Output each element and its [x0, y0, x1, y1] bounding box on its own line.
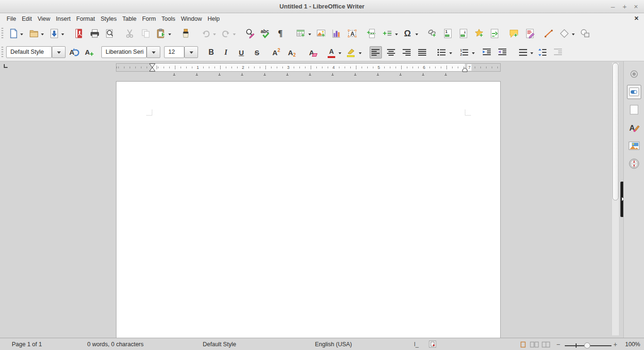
increase-indent-button[interactable] [481, 46, 493, 58]
formatting-marks-button[interactable]: ¶ [275, 27, 287, 40]
sidebar-properties-button[interactable] [627, 85, 641, 99]
font-size-combobox[interactable]: 12 [164, 46, 184, 58]
basic-shapes-dropdown[interactable] [571, 33, 576, 36]
menu-window[interactable]: Window [178, 14, 205, 24]
strikethrough-button[interactable]: S [251, 46, 263, 58]
zoom-out-button[interactable]: − [556, 341, 560, 348]
insert-table-button[interactable] [295, 27, 307, 40]
menu-file[interactable]: File [4, 14, 19, 24]
insert-line-button[interactable] [543, 27, 555, 40]
subscript-button[interactable]: A2 [286, 46, 298, 58]
minimize-button[interactable]: – [608, 2, 618, 12]
underline-button[interactable]: U [235, 46, 248, 58]
paste-button[interactable] [155, 27, 167, 40]
paragraph-style-combobox[interactable]: Default Style [6, 46, 52, 58]
print-button[interactable] [89, 27, 101, 40]
menu-tools[interactable]: Tools [159, 14, 178, 24]
sidebar-settings-button[interactable] [627, 67, 641, 81]
new-document-dropdown[interactable] [19, 33, 24, 36]
insert-text-box-button[interactable]: A [346, 27, 358, 40]
open-button[interactable] [28, 27, 40, 40]
new-document-button[interactable] [8, 27, 20, 40]
zoom-level[interactable]: 100% [625, 341, 640, 348]
export-pdf-button[interactable] [73, 27, 85, 40]
highlight-color-dropdown[interactable] [358, 51, 363, 55]
scrollbar-thumb[interactable] [612, 63, 619, 200]
insert-cross-reference-button[interactable] [488, 27, 501, 40]
insert-page-break-button[interactable] [365, 27, 378, 40]
redo-button[interactable] [220, 27, 232, 40]
undo-dropdown[interactable] [212, 33, 217, 36]
cut-button[interactable] [124, 27, 136, 40]
undo-button[interactable] [200, 27, 212, 40]
menu-view[interactable]: View [35, 14, 53, 24]
menu-insert[interactable]: Insert [53, 14, 74, 24]
maximize-button[interactable]: + [620, 2, 629, 12]
sidebar-navigator-button[interactable] [627, 157, 641, 171]
paragraph-style-status[interactable]: Default Style [203, 341, 236, 348]
insert-endnote-button[interactable]: i [457, 27, 470, 40]
update-style-button[interactable]: A [68, 46, 80, 58]
paragraph-spacing-button[interactable] [537, 46, 549, 58]
decrease-indent-button[interactable] [496, 46, 509, 58]
menu-help[interactable]: Help [205, 14, 223, 24]
menu-table[interactable]: Table [119, 14, 139, 24]
superscript-button[interactable]: A2 [270, 46, 282, 58]
font-size-dropdown[interactable] [184, 46, 198, 58]
print-preview-button[interactable] [104, 27, 116, 40]
save-button[interactable] [48, 27, 60, 40]
numbered-list-dropdown[interactable] [471, 51, 476, 55]
spelling-button[interactable]: abc [260, 27, 272, 40]
new-style-button[interactable]: A [83, 46, 96, 58]
bold-button[interactable]: B [205, 46, 217, 58]
menu-form[interactable]: Form [139, 14, 158, 24]
numbered-list-button[interactable]: 12 [458, 46, 471, 58]
insert-comment-button[interactable] [508, 27, 520, 40]
close-document-icon[interactable]: ✕ [633, 15, 640, 22]
open-dropdown[interactable] [40, 33, 45, 36]
insert-mode-icon[interactable]: I_ [414, 341, 419, 348]
align-right-button[interactable] [401, 46, 413, 58]
copy-button[interactable] [140, 27, 152, 40]
clear-formatting-button[interactable]: A [305, 46, 318, 58]
word-count[interactable]: 0 words, 0 characters [87, 341, 144, 348]
insert-field-button[interactable] [381, 27, 394, 40]
font-color-dropdown[interactable] [338, 51, 342, 55]
insert-image-button[interactable] [315, 27, 327, 40]
paste-dropdown[interactable] [167, 33, 172, 36]
align-center-button[interactable] [385, 46, 397, 58]
italic-button[interactable]: I [220, 46, 232, 58]
zoom-slider-knob[interactable] [584, 342, 590, 349]
indent-marker-right[interactable] [462, 67, 468, 72]
insert-hyperlink-button[interactable] [426, 27, 438, 40]
special-character-dropdown[interactable] [414, 33, 419, 36]
justify-button[interactable] [416, 46, 429, 58]
track-changes-button[interactable] [524, 27, 536, 40]
special-character-button[interactable]: Ω [402, 27, 414, 40]
highlight-color-button[interactable] [345, 46, 357, 58]
decrease-paragraph-spacing-button[interactable] [552, 46, 564, 58]
sidebar-gallery-button[interactable] [627, 139, 641, 153]
tab-stop-selector[interactable] [4, 64, 8, 68]
line-spacing-dropdown[interactable] [529, 51, 534, 55]
font-name-combobox[interactable]: Liberation Seri [101, 46, 147, 58]
book-view-icon[interactable] [542, 342, 550, 348]
page-count[interactable]: Page 1 of 1 [12, 341, 42, 348]
text-language-status[interactable]: English (USA) [315, 341, 352, 348]
save-dropdown[interactable] [60, 33, 65, 36]
vertical-scrollbar[interactable] [611, 63, 619, 335]
font-name-dropdown[interactable] [147, 46, 160, 58]
font-color-button[interactable]: A [325, 46, 338, 58]
document-page[interactable] [116, 81, 501, 338]
toolbar-grip[interactable] [1, 28, 3, 39]
sidebar-page-button[interactable] [627, 103, 641, 117]
align-left-button[interactable] [370, 46, 382, 58]
find-replace-button[interactable] [244, 27, 256, 40]
basic-shapes-button[interactable] [558, 27, 570, 40]
insert-field-dropdown[interactable] [394, 33, 399, 36]
close-button[interactable]: × [631, 2, 641, 12]
bullet-list-button[interactable] [436, 46, 448, 58]
menu-styles[interactable]: Styles [98, 14, 119, 24]
menu-edit[interactable]: Edit [19, 14, 35, 24]
bullet-list-dropdown[interactable] [448, 51, 453, 55]
